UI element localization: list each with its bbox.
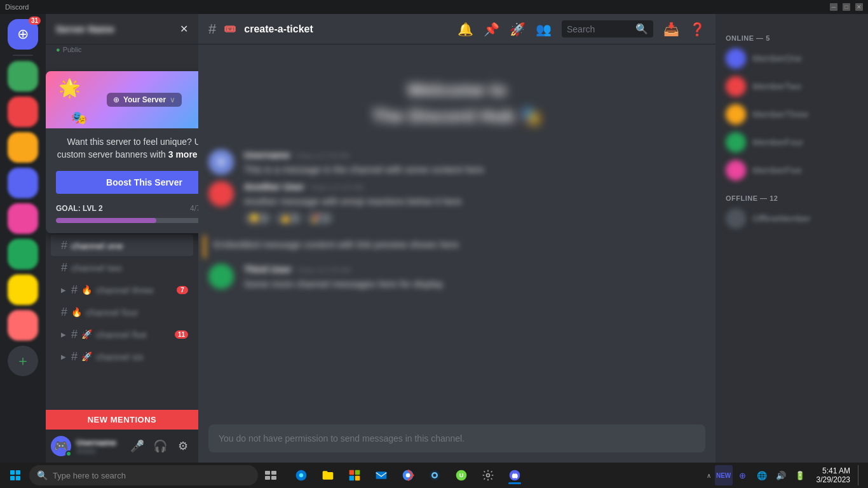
inbox-button[interactable]: 📥	[663, 22, 679, 37]
start-button[interactable]	[3, 465, 28, 485]
taskbar-app-mail[interactable]	[369, 465, 394, 485]
pin-button[interactable]: 📌	[484, 22, 499, 37]
server-icon-6[interactable]	[8, 239, 38, 269]
boost-progress-fill	[56, 218, 156, 223]
taskbar-search-placeholder: Type here to search	[53, 471, 126, 480]
channel-header-ticket-icon: 🎟️	[224, 23, 236, 35]
channel-item-6[interactable]: ▶ # 🚀 channel six	[51, 346, 193, 367]
user-status-indicator	[65, 451, 72, 457]
search-icon: 🔍	[635, 23, 648, 35]
channel-item-3[interactable]: ▶ # 🔥 channel three 7	[51, 279, 193, 301]
channel-chevron-icon: ▶	[61, 353, 66, 360]
message-timestamp: Today at 5:30 AM	[295, 152, 349, 159]
deafen-button[interactable]: 🎧	[150, 436, 170, 456]
reactions-area: 😄 3 👍 5 🎉 2	[244, 212, 705, 225]
minimize-button[interactable]: ─	[830, 3, 837, 11]
boost-popup-banner: 🌟 🎨 🎭 ⊕ Your Server ∨	[46, 71, 198, 128]
taskbar-app-settings[interactable]	[475, 465, 501, 485]
tray-discord-icon[interactable]: ⊕	[734, 465, 752, 485]
channel-item-4[interactable]: # 🔥 channel four	[51, 301, 193, 323]
reaction-3[interactable]: 🎉 2	[306, 212, 334, 225]
svg-rect-2	[265, 476, 270, 480]
channel-header-actions: 🔔 📌 🚀 👥 🔍 📥 ❓	[458, 20, 705, 37]
channel-item-2[interactable]: # channel two	[51, 257, 193, 278]
user-avatar[interactable]: 🎮	[51, 436, 71, 456]
server-icon-5[interactable]	[8, 203, 38, 234]
channel-emoji-icon: 🔥	[81, 285, 92, 295]
tray-icons: NEW ⊕ 🌐 🔊 🔋	[715, 465, 809, 485]
close-button[interactable]: ✕	[855, 3, 863, 11]
boost-header-button[interactable]: 🚀	[510, 22, 526, 37]
boost-popup-server-label: ⊕ Your Server ∨	[107, 93, 182, 107]
tray-network-icon[interactable]: 🌐	[753, 465, 771, 485]
notifications-button[interactable]: 🔔	[458, 22, 473, 37]
sidebar-bottom: 🎮 Username #0000 🎤 🎧 ⚙	[46, 430, 198, 463]
server-icon-1[interactable]	[8, 61, 38, 92]
welcome-title: Welcome to	[407, 80, 507, 100]
new-mentions-bar[interactable]: NEW MENTIONS	[46, 410, 198, 430]
message-avatar: U	[208, 149, 234, 175]
message-author-4: Third User	[244, 264, 292, 274]
user-settings-button[interactable]: ⚙	[173, 436, 193, 456]
help-button[interactable]: ❓	[689, 22, 705, 37]
member-item-2[interactable]: MemberTwo	[721, 72, 863, 100]
tray-volume-icon[interactable]: 🔊	[772, 465, 790, 485]
server-header[interactable]: Server Name ✕	[46, 14, 198, 44]
member-section-offline: Offline — 12	[721, 184, 863, 205]
members-button[interactable]: 👥	[536, 22, 552, 37]
member-item-4[interactable]: MemberFour	[721, 128, 863, 156]
tray-battery-icon[interactable]: 🔋	[791, 465, 809, 485]
mute-button[interactable]: 🎤	[127, 436, 147, 456]
taskbar-app-chrome[interactable]	[395, 465, 421, 485]
taskbar-app-upwork[interactable]: U	[449, 465, 474, 485]
reaction-1[interactable]: 😄 3	[244, 212, 271, 225]
taskbar-app-explorer[interactable]	[315, 465, 341, 485]
channel-badge-3: 7	[177, 286, 188, 294]
maximize-button[interactable]: □	[843, 3, 850, 11]
server-icon-2[interactable]	[8, 97, 38, 127]
channel-header: # 🎟️ create-a-ticket 🔔 📌 🚀 👥 🔍 📥 ❓	[198, 14, 715, 44]
taskbar-search[interactable]: 🔍 Type here to search	[29, 465, 258, 485]
server-name: Server Name	[56, 24, 180, 34]
message-header-4: Third User Today at 5:35 AM	[244, 264, 705, 274]
boost-server-button[interactable]: Boost This Server	[56, 171, 198, 194]
show-desktop-button[interactable]	[858, 465, 863, 485]
upwork-icon: U	[455, 469, 468, 482]
reaction-2[interactable]: 👍 5	[275, 212, 302, 225]
member-item-3[interactable]: MemberThree	[721, 100, 863, 128]
message-header: Username Today at 5:30 AM	[244, 149, 705, 160]
message-text-4: Some more channel messages here for disp…	[244, 277, 705, 290]
server-icon-7[interactable]	[8, 274, 38, 305]
taskbar-app-steam[interactable]	[422, 465, 447, 485]
member-item-1[interactable]: MemberOne	[721, 44, 863, 72]
channel-item-5[interactable]: ▶ # 🚀 channel five 11	[51, 323, 193, 345]
server-dropdown-icon: ✕	[180, 23, 188, 35]
taskbar-app-edge[interactable]	[288, 465, 314, 485]
member-item-6[interactable]: OfflineMember	[721, 205, 863, 233]
server-icon-8[interactable]	[8, 310, 38, 341]
server-icon-3[interactable]	[8, 132, 38, 163]
channel-item-1[interactable]: # channel one	[51, 234, 193, 256]
channel-name-6: channel six	[96, 351, 188, 362]
search-input[interactable]	[567, 24, 630, 34]
message-content-4: Third User Today at 5:35 AM Some more ch…	[244, 264, 705, 290]
task-view-button[interactable]	[259, 465, 282, 485]
member-avatar-1	[726, 48, 746, 69]
message-timestamp-4: Today at 5:35 AM	[297, 266, 351, 274]
message-content: Username Today at 5:30 AM This is a mess…	[244, 149, 705, 176]
add-server-button[interactable]: ＋	[8, 346, 38, 376]
tray-clock[interactable]: 5:41 AM 3/29/2023	[811, 466, 855, 484]
member-avatar-5	[726, 160, 746, 180]
member-item-5[interactable]: MemberFive	[721, 156, 863, 184]
boost-goal-section: GOAL: LVL 2 4/7 Boosts >	[46, 199, 198, 213]
member-avatar-6	[726, 208, 746, 229]
tray-expand-button[interactable]: ∧	[705, 470, 712, 482]
home-button[interactable]: ⊕ 31	[8, 19, 38, 50]
taskbar-app-discord[interactable]	[502, 465, 527, 485]
server-icon-4[interactable]	[8, 168, 38, 198]
channel-name-5: channel five	[96, 329, 171, 340]
taskbar-app-store[interactable]	[342, 465, 367, 485]
app-title: Discord	[5, 3, 29, 11]
user-info: Username #0000	[76, 438, 122, 455]
boost-progress-count[interactable]: 4/7 Boosts >	[190, 204, 198, 213]
